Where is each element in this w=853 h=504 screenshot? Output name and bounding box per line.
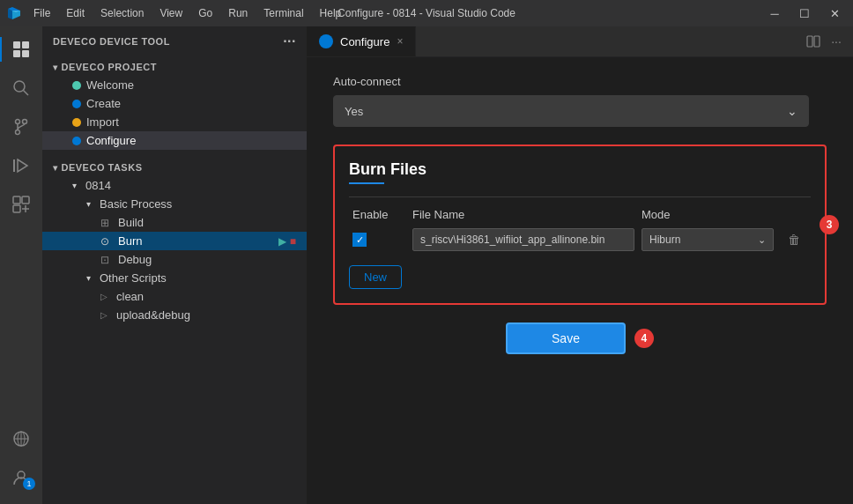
activity-remote-icon[interactable] [0,419,42,458]
activity-bar-bottom: 1 [0,419,42,504]
svg-marker-9 [18,159,27,172]
svg-point-8 [16,130,20,135]
maximize-button[interactable]: ☐ [793,4,816,23]
burn-files-header: Enable File Name Mode [349,208,811,221]
sidebar-item-create[interactable]: Create [42,94,307,113]
burn-mode-value: Hiburn [649,233,680,246]
welcome-icon [72,81,81,90]
svg-rect-2 [13,50,20,57]
import-icon [72,118,81,127]
menu-view[interactable]: View [152,4,189,22]
configure-icon [72,137,81,145]
debug-icon: ⊡ [100,254,109,266]
split-editor-icon[interactable] [804,32,823,51]
auto-connect-label: Auto-connect [333,75,827,88]
save-section: Save 4 [333,322,827,354]
project-section-title[interactable]: ▾ DEVECO PROJECT [42,56,307,76]
sidebar-item-configure[interactable]: Configure [42,131,307,150]
tab-close-button[interactable]: × [397,35,403,48]
editor-content[interactable]: Auto-connect Yes ⌄ Burn Files Enable Fil… [307,57,853,504]
menu-run[interactable]: Run [221,4,255,22]
notification-badge: 1 [23,478,35,490]
more-options-icon[interactable]: ··· [827,32,846,51]
activity-search-icon[interactable] [0,69,42,107]
upload-debug-icon: ▷ [100,310,108,320]
burn-files-row: ✓ s_riscv\Hi3861_wifiiot_app_allinone.bi… [349,228,811,251]
burn-files-box: Burn Files Enable File Name Mode ✓ s_ris… [333,145,827,305]
sidebar-item-build[interactable]: ⊞ Build [42,213,307,232]
close-button[interactable]: ✕ [823,4,846,23]
save-button[interactable]: Save [506,322,626,354]
burn-mode-select[interactable]: Hiburn ⌄ [642,228,774,251]
sidebar-item-0814-group[interactable]: ▾ 0814 [42,176,307,195]
activity-deveco-icon[interactable] [0,30,42,69]
burn-file-name-field[interactable]: s_riscv\Hi3861_wifiiot_app_allinone.bin [412,228,634,251]
svg-rect-20 [814,36,820,47]
tasks-section-title[interactable]: ▾ DEVECO TASKS [42,157,307,176]
menu-file[interactable]: File [26,4,57,22]
group-chevron-icon: ▾ [72,181,77,190]
svg-rect-12 [22,196,29,204]
configure-tab[interactable]: Configure × [307,26,416,56]
burn-files-underline [349,182,384,184]
col-file-name: File Name [412,208,634,221]
tab-bar: Configure × ··· [307,26,853,57]
main-layout: 1 DEVECO DEVICE TOOL ··· ▾ DEVECO PROJEC… [0,26,853,504]
stop-burn-icon[interactable]: ■ [290,235,296,248]
sidebar-item-burn[interactable]: ⊙ Burn ▶ ■ [42,232,307,250]
sidebar-item-clean[interactable]: ▷ clean [42,287,307,306]
other-scripts-chevron-icon: ▾ [86,273,91,283]
app-logo [7,6,21,20]
save-step-badge: 4 [634,329,654,348]
sidebar-item-welcome[interactable]: Welcome [42,76,307,94]
project-chevron-icon: ▾ [53,63,58,72]
activity-bar: 1 [0,26,42,504]
auto-connect-select[interactable]: Yes ⌄ [333,95,809,127]
menu-terminal[interactable]: Terminal [256,4,310,22]
menu-go[interactable]: Go [191,4,219,22]
auto-connect-chevron-icon: ⌄ [787,104,797,118]
new-button[interactable]: New [349,265,402,289]
auto-connect-value: Yes [345,105,363,118]
sidebar: DEVECO DEVICE TOOL ··· ▾ DEVECO PROJECT … [42,26,307,504]
burn-files-divider [349,196,811,197]
auto-connect-section: Auto-connect Yes ⌄ [333,75,827,127]
activity-extensions-icon[interactable] [0,185,42,224]
title-bar-left: File Edit Selection View Go Run Terminal… [7,4,348,22]
sidebar-item-import[interactable]: Import [42,113,307,131]
run-burn-icon[interactable]: ▶ [278,235,286,248]
menu-selection[interactable]: Selection [93,4,151,22]
svg-rect-0 [13,41,20,48]
title-bar: File Edit Selection View Go Run Terminal… [0,0,853,26]
title-bar-menu[interactable]: File Edit Selection View Go Run Terminal… [26,4,348,22]
sidebar-item-basic-process[interactable]: ▾ Basic Process [42,195,307,213]
svg-rect-19 [807,36,812,47]
sidebar-item-debug[interactable]: ⊡ Debug [42,250,307,269]
activity-run-icon[interactable] [0,146,42,185]
svg-line-5 [24,91,29,96]
svg-rect-1 [22,41,29,48]
window-controls[interactable]: ─ ☐ ✕ [763,4,846,23]
col-enable: Enable [352,208,405,221]
burn-icon: ⊙ [100,235,109,248]
configure-tab-icon [319,34,333,48]
svg-point-4 [14,81,25,92]
col-mode: Mode [642,208,774,221]
burn-enable-checkbox[interactable]: ✓ [352,233,367,247]
sidebar-item-upload-debug[interactable]: ▷ upload&debug [42,306,307,324]
sidebar-item-other-scripts[interactable]: ▾ Other Scripts [42,269,307,287]
editor-area: Configure × ··· Auto-connect Yes [307,26,853,504]
svg-point-7 [23,120,27,124]
basic-process-chevron-icon: ▾ [86,199,91,209]
svg-rect-3 [22,50,29,57]
mode-chevron-icon: ⌄ [758,234,766,246]
menu-edit[interactable]: Edit [59,4,92,22]
activity-account-icon[interactable]: 1 [0,458,42,497]
minimize-button[interactable]: ─ [763,4,786,23]
sidebar-menu-icon[interactable]: ··· [283,33,296,49]
activity-source-control-icon[interactable] [0,107,42,146]
burn-task-actions: ▶ ■ [278,235,296,248]
delete-row-button[interactable]: 🗑 [781,233,807,247]
build-icon: ⊞ [100,217,109,229]
burn-files-container: Burn Files Enable File Name Mode ✓ s_ris… [333,145,827,305]
